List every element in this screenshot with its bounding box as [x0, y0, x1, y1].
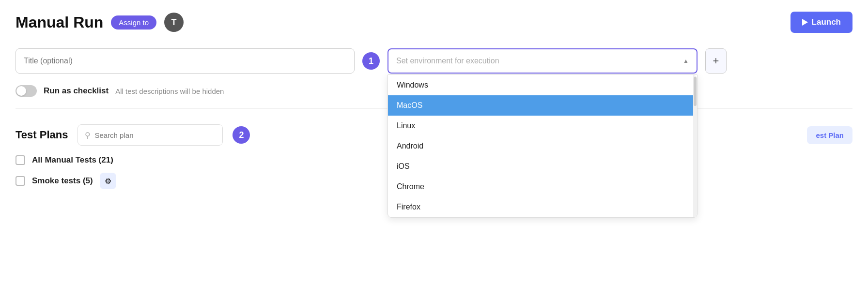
assign-to-button[interactable]: Assign to [111, 15, 156, 30]
environment-select[interactable]: Set environment for execution ▲ [388, 48, 698, 74]
env-option-android[interactable]: Android [388, 136, 697, 156]
new-test-plan-button[interactable]: est Plan [807, 126, 852, 144]
scrollbar-thumb [694, 77, 697, 106]
env-option-firefox[interactable]: Firefox [388, 197, 697, 217]
env-option-macos[interactable]: MacOS [388, 95, 697, 116]
play-icon [802, 19, 808, 26]
page-title: Manual Run [16, 14, 103, 31]
test-plans-title: Test Plans [16, 129, 68, 141]
checklist-toggle[interactable] [16, 85, 37, 97]
form-row: 1 Set environment for execution ▲ Window… [16, 48, 852, 74]
checkbox-all-manual[interactable] [16, 155, 25, 165]
add-button[interactable]: + [705, 48, 727, 74]
gear-button-smoke[interactable]: ⚙ [100, 173, 116, 189]
checklist-label: Run as checklist [44, 86, 108, 96]
launch-label: Launch [812, 17, 841, 27]
chevron-down-icon: ▲ [683, 58, 689, 64]
launch-button[interactable]: Launch [790, 12, 852, 33]
environment-dropdown: Windows MacOS Linux Android iOS Chrome F… [388, 74, 698, 218]
toggle-knob [16, 86, 26, 96]
checklist-description: All test descriptions will be hidden [115, 87, 224, 95]
page-header: Manual Run Assign to T Launch [16, 12, 852, 33]
test-item-label-all-manual: All Manual Tests (21) [32, 155, 113, 165]
dropdown-scrollbar[interactable] [693, 75, 697, 217]
env-option-ios[interactable]: iOS [388, 156, 697, 177]
env-option-linux[interactable]: Linux [388, 116, 697, 136]
search-plan-wrapper: ⚲ [78, 124, 223, 146]
environment-wrapper: Set environment for execution ▲ Windows … [388, 48, 698, 74]
title-input[interactable] [16, 48, 355, 74]
env-option-chrome[interactable]: Chrome [388, 177, 697, 197]
gear-icon: ⚙ [105, 177, 111, 186]
step-1-badge: 1 [362, 52, 380, 70]
step-2-badge: 2 [232, 126, 250, 144]
header-left: Manual Run Assign to T [16, 13, 184, 32]
checkbox-smoke[interactable] [16, 176, 25, 186]
environment-placeholder: Set environment for execution [396, 57, 499, 65]
search-icon: ⚲ [85, 131, 91, 140]
avatar: T [164, 13, 184, 32]
env-option-windows[interactable]: Windows [388, 75, 697, 95]
test-item-label-smoke: Smoke tests (5) [32, 176, 93, 186]
new-test-plan-label: est Plan [816, 131, 844, 139]
search-plan-input[interactable] [94, 131, 216, 139]
